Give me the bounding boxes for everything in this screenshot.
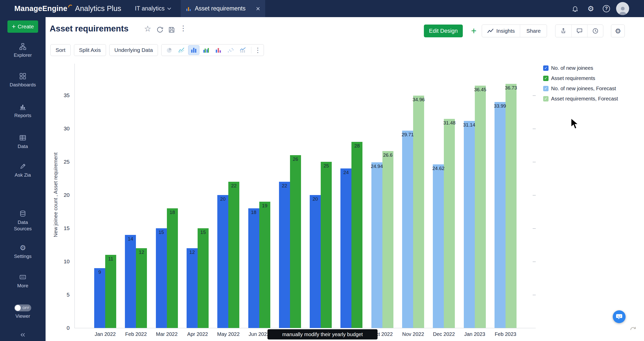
- y-tick-label: 15: [53, 225, 70, 231]
- bar[interactable]: [464, 121, 475, 328]
- bar[interactable]: [279, 182, 290, 328]
- avatar[interactable]: [616, 2, 629, 15]
- bar[interactable]: [402, 131, 413, 328]
- close-icon[interactable]: [256, 7, 260, 11]
- legend-item[interactable]: ✓Asset requirements: [543, 75, 618, 81]
- bar[interactable]: [495, 102, 506, 328]
- tab-asset-requirements[interactable]: Asset requirements: [181, 0, 265, 17]
- legend-checkbox[interactable]: ✓: [543, 76, 549, 81]
- view-settings-button[interactable]: ⚙: [611, 25, 625, 37]
- bar-value-label: 18: [170, 210, 175, 215]
- bar-value-label: 22: [282, 183, 287, 189]
- sidebar-item-data[interactable]: Data: [0, 134, 46, 150]
- sidebar-item-label: Dashboards: [0, 82, 46, 88]
- report-tools-group: [555, 25, 603, 37]
- sidebar-item-more[interactable]: More: [0, 273, 46, 289]
- comment-icon: [576, 28, 583, 34]
- bar-value-label: 20: [220, 196, 226, 202]
- mini-bar-chart-icon: [186, 6, 191, 12]
- axis-tick: [533, 262, 536, 262]
- bar[interactable]: [217, 195, 228, 328]
- edit-design-button[interactable]: Edit Design: [424, 25, 463, 37]
- brand-logo[interactable]: ManageEngine Analytics Plus: [14, 0, 121, 17]
- line-chart-icon[interactable]: [176, 45, 187, 55]
- favorite-star-icon[interactable]: ☆: [144, 25, 151, 33]
- sort-button[interactable]: Sort: [50, 44, 71, 56]
- bar[interactable]: [310, 195, 321, 328]
- bar-value-label: 12: [189, 249, 195, 255]
- bar[interactable]: [105, 255, 116, 328]
- bar-value-label: 31.14: [463, 122, 475, 128]
- bar[interactable]: [259, 202, 270, 328]
- create-label: Create: [18, 24, 34, 30]
- scatter-icon[interactable]: [225, 45, 236, 55]
- bar[interactable]: [506, 84, 517, 328]
- create-button[interactable]: + Create: [7, 20, 38, 33]
- bar[interactable]: [321, 162, 332, 328]
- sidebar-item-data-sources[interactable]: Data Sources: [0, 210, 46, 232]
- bar[interactable]: [167, 208, 178, 328]
- sidebar-item-label: Ask Zia: [0, 172, 46, 178]
- bar[interactable]: [444, 119, 455, 328]
- sidebar-item-settings[interactable]: ⚙ Settings: [0, 244, 46, 259]
- bar[interactable]: [248, 208, 259, 328]
- bar-value-label: 36.45: [474, 87, 486, 93]
- legend-checkbox[interactable]: ✓: [543, 96, 549, 101]
- bar[interactable]: [228, 182, 239, 328]
- settings-gear-icon: ⚙: [615, 27, 621, 35]
- sidebar-collapse-button[interactable]: [0, 331, 46, 340]
- bar[interactable]: [290, 155, 301, 328]
- comment-button[interactable]: [571, 25, 587, 37]
- help-icon[interactable]: ?: [601, 0, 612, 17]
- legend-checkbox[interactable]: ✓: [543, 65, 549, 71]
- bar[interactable]: [156, 228, 167, 328]
- pie-chart-icon[interactable]: [164, 45, 175, 55]
- grouped-bar-icon[interactable]: [200, 45, 212, 55]
- bar[interactable]: [94, 268, 105, 328]
- share-button[interactable]: Share: [520, 25, 547, 37]
- bar[interactable]: [187, 248, 198, 328]
- more-vertical-icon[interactable]: ⋮: [254, 46, 262, 54]
- chat-bubble-icon: [616, 313, 623, 320]
- legend-item[interactable]: ✓Asset requirements, Forecast: [543, 96, 618, 101]
- legend-checkbox[interactable]: ✓: [543, 86, 549, 91]
- bar[interactable]: [340, 168, 351, 328]
- workspace-switcher[interactable]: IT analytics: [135, 0, 171, 17]
- viewer-toggle[interactable]: OFF: [14, 304, 31, 311]
- bar-value-label: 15: [159, 230, 164, 235]
- chart-toolbar: Sort Split Axis Underlying Data: [50, 44, 264, 56]
- refresh-icon[interactable]: [156, 26, 163, 34]
- legend-item[interactable]: ✓No. of new joinees: [543, 65, 618, 71]
- add-button[interactable]: +: [468, 25, 480, 37]
- split-axis-button[interactable]: Split Axis: [74, 44, 106, 56]
- sidebar-item-reports[interactable]: Reports: [0, 103, 46, 119]
- bar[interactable]: [433, 164, 444, 328]
- legend-item[interactable]: ✓No. of new joinees, Forecast: [543, 86, 618, 91]
- bar[interactable]: [413, 96, 424, 328]
- page-title: Asset requirements: [50, 24, 128, 33]
- underlying-data-button[interactable]: Underlying Data: [109, 44, 158, 56]
- bar[interactable]: [198, 228, 209, 328]
- export-button[interactable]: [555, 25, 571, 37]
- bar[interactable]: [371, 162, 382, 328]
- sidebar-item-ask-zia[interactable]: Ask Zia: [0, 163, 46, 178]
- more-vertical-icon[interactable]: ⋮: [180, 25, 187, 32]
- save-icon[interactable]: [168, 26, 175, 34]
- sidebar-item-dashboards[interactable]: Dashboards: [0, 72, 46, 88]
- insights-button[interactable]: Insights: [482, 25, 520, 37]
- combo-chart-icon[interactable]: [237, 45, 249, 55]
- bar[interactable]: [382, 151, 393, 328]
- settings-gear-icon[interactable]: ⚙: [585, 0, 596, 17]
- toggle-state: OFF: [23, 306, 30, 310]
- multi-bar-icon[interactable]: [213, 45, 224, 55]
- sidebar-item-explorer[interactable]: Explorer: [0, 43, 46, 58]
- history-clock-button[interactable]: [587, 25, 603, 37]
- bar[interactable]: [136, 248, 147, 328]
- bar[interactable]: [125, 235, 136, 328]
- brand-name: ManageEngine: [14, 4, 67, 13]
- bar[interactable]: [475, 86, 486, 328]
- notifications-bell-icon[interactable]: [570, 0, 581, 17]
- bar-chart-icon[interactable]: [188, 45, 199, 55]
- chat-help-button[interactable]: [613, 310, 626, 323]
- bar[interactable]: [351, 142, 362, 328]
